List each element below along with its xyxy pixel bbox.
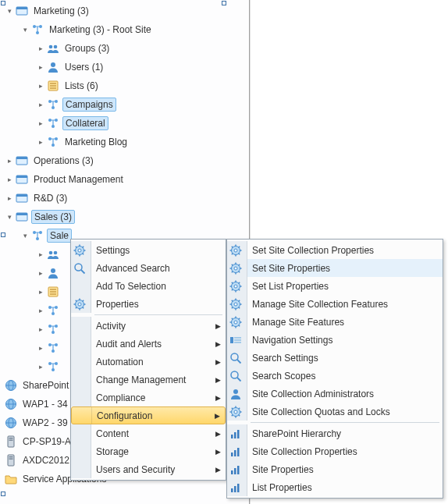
site-icon [16,211,28,223]
expander-icon[interactable]: ▸ [36,362,45,371]
expander-icon[interactable]: ▸ [36,343,45,353]
menu-item-audit-alerts[interactable]: Audit and Alerts ▶ [71,335,226,353]
menu-item-navigation-settings[interactable]: Navigation Settings [227,331,443,349]
expander-icon[interactable]: ▾ [20,231,30,240]
menu-item-change-mgmt[interactable]: Change Management ▶ [71,371,226,389]
submenu-arrow-icon: ▶ [215,466,221,474]
subsite-icon [47,360,59,373]
menu-item-users-security[interactable]: Users and Security ▶ [71,460,226,478]
tree-label: Marketing (3) - Root Site [47,23,154,36]
menu-item-automation[interactable]: Automation ▶ [71,353,226,371]
menu-item-set-site-props[interactable]: Set Site Properties [227,259,443,277]
submenu-arrow-icon: ▶ [215,322,221,330]
expander-icon[interactable]: ▸ [36,287,45,296]
menu-item-set-site-coll-props[interactable]: Set Site Collection Properties [227,241,443,259]
menu-item-site-props[interactable]: Site Properties [227,460,443,478]
tree-label: Users (1) [62,61,105,73]
menu-item-compliance[interactable]: Compliance ▶ [71,389,226,406]
expander-icon[interactable]: ▾ [5,212,14,222]
menu-item-site-coll-quotas[interactable]: Site Collection Quotas and Locks [227,403,443,421]
tree-label: Campaigns [62,98,116,112]
menu-separator [251,422,439,423]
expander-icon[interactable]: ▸ [36,119,45,128]
subsite-icon [31,229,44,242]
tree-label: Collateral [62,116,108,130]
submenu-arrow-icon: ▶ [215,448,221,456]
submenu-arrow-icon: ▶ [215,412,220,420]
expander-icon[interactable]: ▸ [36,137,45,147]
submenu-arrow-icon: ▶ [215,430,221,438]
expander-icon[interactable]: ▸ [36,44,45,53]
submenu-arrow-icon: ▶ [215,358,221,366]
tree-label: CP-SP19-A [20,435,73,448]
expander-icon[interactable]: ▸ [36,325,45,334]
menu-item-settings[interactable]: Settings [71,241,226,259]
tree-label: Groups (3) [62,42,112,55]
site-icon [16,5,28,17]
menu-item-list-props[interactable]: List Properties [227,478,443,496]
menu-item-advanced-search[interactable]: Advanced Search [71,259,226,277]
menu-item-add-to-selection[interactable]: Add To Selection [71,277,226,295]
selection-handle [1,492,5,496]
expander-icon[interactable]: ▸ [36,250,45,259]
menu-item-search-scopes[interactable]: Search Scopes [227,367,443,385]
selection-handle [1,232,5,237]
folder-icon [5,473,17,485]
tree-label: Marketing Blog [62,136,130,148]
menu-item-properties[interactable]: Properties [71,295,226,313]
subsite-icon [31,23,44,36]
expander-icon[interactable]: ▾ [5,6,14,16]
expander-icon[interactable]: ▸ [36,81,45,91]
tree-label: Operations (3) [31,154,96,167]
menu-item-content[interactable]: Content ▶ [71,424,226,442]
context-menu-configuration: Set Site Collection Properties Set Site … [226,239,443,499]
submenu-arrow-icon: ▶ [215,340,221,348]
tree-node-collateral[interactable]: ▸ Collateral [0,114,249,133]
tree-label: AXDC2012 [20,454,72,467]
tree-label: WAP1 - 34 [20,398,70,410]
menu-item-set-list-props[interactable]: Set List Properties [227,277,443,295]
gear-icon [73,298,86,311]
menu-item-storage[interactable]: Storage ▶ [71,442,226,460]
submenu-arrow-icon: ▶ [215,376,221,384]
menu-item-site-coll-admins[interactable]: Site Collection Administrators [227,385,443,403]
tree-node-marketing-blog[interactable]: ▸ Marketing Blog [0,133,249,151]
tree-label: Lists (6) [62,80,101,92]
submenu-arrow-icon: ▶ [215,394,221,402]
menu-separator [94,314,222,315]
tree-node-marketing-root[interactable]: ▾ Marketing (3) - Root Site [0,20,249,39]
expander-icon[interactable]: ▸ [5,156,14,165]
selection-handle [222,1,226,5]
menu-item-configuration[interactable]: Configuration ▶ [71,406,226,424]
tree-label: Product Management [31,173,126,186]
menu-item-manage-site-coll-features[interactable]: Manage Site Collection Features [227,295,443,313]
expander-icon[interactable]: ▸ [36,100,45,109]
expander-icon[interactable]: ▸ [5,175,14,184]
selection-handle [1,1,5,5]
expander-icon[interactable]: ▾ [20,25,30,34]
menu-item-activity[interactable]: Activity ▶ [71,317,226,335]
tree-label: WAP2 - 39 [20,417,70,429]
menu-item-site-coll-props[interactable]: Site Collection Properties [227,442,443,460]
menu-item-manage-site-features[interactable]: Manage Site Features [227,313,443,331]
expander-icon[interactable]: ▸ [36,306,45,315]
tree-node-operations[interactable]: ▸ Operations (3) [0,151,249,170]
expander-icon[interactable]: ▸ [36,268,45,278]
menu-item-sp-hierarchy[interactable]: SharePoint Hierarchy [227,424,443,442]
context-menu-primary: Settings Advanced Search Add To Selectio… [70,239,226,481]
tree-label: SharePoint [20,379,71,392]
expander-icon[interactable]: ▸ [36,62,45,72]
bars-icon [229,481,242,494]
tree-node-campaigns[interactable]: ▸ Campaigns [0,95,249,114]
expander-icon[interactable]: ▸ [5,193,14,203]
subsite-icon [47,136,59,148]
menu-item-search-settings[interactable]: Search Settings [227,349,443,367]
